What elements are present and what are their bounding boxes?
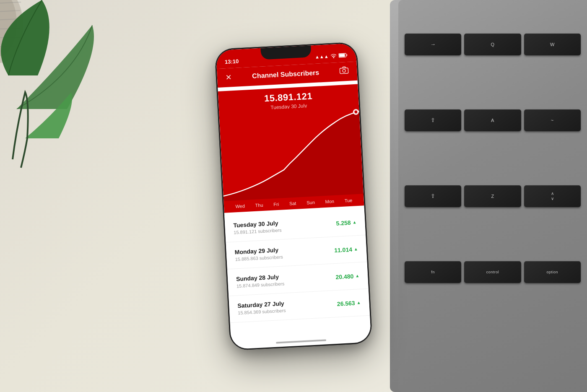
laptop: → Q W ⇧ A ~ ⇧ Z ∧ ∨ (390, 0, 587, 392)
key-row-1: → Q W (405, 8, 581, 80)
item-title-1: Tuesday 30 July (233, 219, 281, 228)
key-row-2: ⇧ A ~ (405, 84, 581, 156)
item-value-1: 5.258 (336, 219, 351, 226)
key-row-4: fn control option (405, 236, 581, 308)
wifi-icon (330, 53, 337, 59)
svg-point-12 (343, 69, 345, 72)
item-value-group-3: 20.480 ▲ (335, 272, 359, 280)
item-value-group-1: 5.258 ▲ (336, 218, 357, 226)
item-title-3: Sunday 28 July (236, 273, 284, 282)
item-title-2: Monday 29 July (234, 246, 283, 255)
item-arrow-3: ▲ (355, 273, 359, 278)
key-fn[interactable]: fn (405, 261, 461, 283)
item-sub-4: 15.854.369 subscribers (238, 308, 286, 315)
item-value-4: 26.563 (337, 299, 355, 307)
item-arrow-2: ▲ (354, 247, 358, 252)
day-thu: Thu (255, 202, 263, 208)
close-button[interactable]: ✕ (225, 72, 232, 82)
day-fri: Fri (273, 201, 279, 207)
item-sub-2: 15.885.863 subscribers (235, 254, 283, 262)
item-value-2: 11.014 (334, 246, 353, 253)
key-a[interactable]: A (464, 109, 521, 131)
key-empty-1 (405, 337, 581, 359)
notch (260, 45, 311, 60)
item-value-3: 20.480 (335, 273, 354, 280)
key-shift-1[interactable]: ⇧ (405, 109, 461, 131)
status-icons: ▲▲▲ (315, 52, 348, 60)
item-value-group-2: 11.014 ▲ (334, 245, 358, 253)
item-value-group-4: 26.563 ▲ (337, 299, 361, 307)
day-sun: Sun (306, 200, 315, 205)
key-tilde[interactable]: ~ (524, 109, 581, 131)
svg-rect-9 (339, 53, 345, 57)
signal-icon: ▲▲▲ (315, 54, 329, 60)
chart-area (219, 105, 364, 204)
home-indicator (276, 339, 326, 343)
phone-screen: 13:10 ▲▲▲ (216, 43, 371, 349)
day-wed: Wed (235, 203, 245, 209)
phone-wrapper: 13:10 ▲▲▲ (214, 42, 372, 350)
item-arrow-4: ▲ (356, 300, 361, 305)
key-q[interactable]: Q (464, 34, 521, 55)
svg-rect-10 (346, 54, 348, 55)
item-sub-1: 15.891.121 subscribers (234, 227, 282, 235)
item-arrow-1: ▲ (352, 220, 356, 225)
day-tue: Tue (344, 197, 352, 203)
key-option[interactable]: option (524, 261, 581, 283)
battery-icon (338, 52, 348, 58)
key-control[interactable]: control (464, 261, 521, 283)
key-chevron-up[interactable]: ∧ ∨ (524, 185, 581, 207)
item-sub-3: 15.874.849 subscribers (236, 281, 285, 288)
day-mon: Mon (325, 198, 334, 204)
status-time: 13:10 (225, 57, 239, 65)
item-title-4: Saturday 27 July (237, 300, 286, 309)
day-sat: Sat (289, 200, 296, 206)
key-z[interactable]: Z (464, 185, 521, 207)
key-w[interactable]: W (524, 34, 581, 55)
camera-button[interactable] (339, 66, 349, 76)
data-list: Tuesday 30 July 15.891.121 subscribers 5… (224, 208, 371, 337)
phone: 13:10 ▲▲▲ (214, 42, 372, 350)
header-title: Channel Subscribers (252, 68, 319, 79)
svg-rect-11 (340, 67, 348, 73)
key-shift-2[interactable]: ⇧ (405, 185, 461, 207)
key-row-3: ⇧ Z ∧ ∨ (405, 160, 581, 232)
plant-decoration (0, 0, 109, 201)
keyboard-area: → Q W ⇧ A ~ ⇧ Z ∧ ∨ (398, 0, 587, 392)
key-arrow-right[interactable]: → (405, 34, 461, 55)
subscriber-chart (219, 105, 364, 204)
key-row-5 (405, 312, 581, 384)
